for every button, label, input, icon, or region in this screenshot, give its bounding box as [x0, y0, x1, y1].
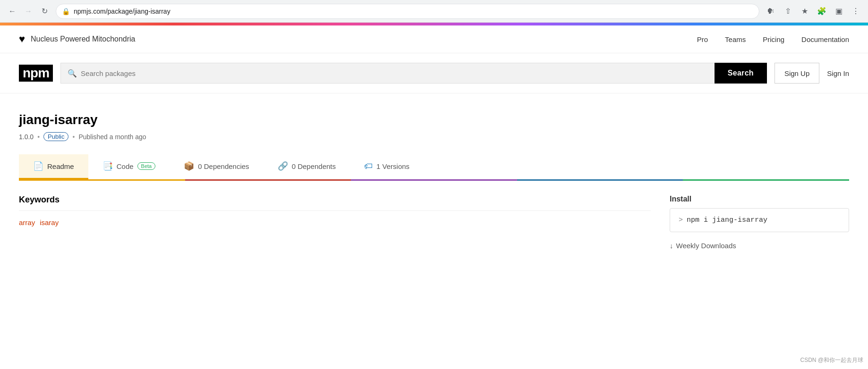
search-input[interactable] — [81, 69, 708, 77]
install-title: Install — [670, 195, 849, 203]
site-nav: Pro Teams Pricing Documentation — [697, 35, 849, 43]
weekly-downloads-text: Weekly Downloads — [676, 242, 736, 250]
back-button[interactable]: ← — [6, 5, 19, 18]
share-icon[interactable]: ⇧ — [781, 5, 794, 18]
site-logo-area: ♥ Nucleus Powered Mitochondria — [19, 33, 697, 45]
install-prompt: > — [679, 216, 683, 224]
tabs-container: 📄 Readme 📑 Code Beta 📦 0 Dependencies 🔗 … — [19, 154, 849, 179]
lock-icon: 🔒 — [62, 8, 70, 15]
search-section: npm 🔍 Search Sign Up Sign In — [0, 53, 868, 93]
keyword-isaray[interactable]: isaray — [40, 218, 59, 226]
beta-badge: Beta — [137, 162, 156, 170]
heart-icon: ♥ — [19, 33, 25, 45]
main-content: jiang-isarray 1.0.0 • Public • Published… — [0, 93, 868, 250]
tab-readme[interactable]: 📄 Readme — [19, 154, 88, 179]
down-arrow-icon: ↓ — [670, 242, 673, 250]
package-version: 1.0.0 — [19, 133, 34, 141]
npm-logo: npm — [19, 65, 53, 82]
nav-link-teams[interactable]: Teams — [725, 35, 746, 43]
browser-nav-buttons: ← → ↻ — [6, 5, 51, 18]
versions-icon: 🏷 — [364, 161, 373, 171]
tab-readme-label: Readme — [47, 162, 74, 170]
tab-dependents[interactable]: 🔗 0 Dependents — [264, 154, 350, 179]
browser-actions: 🗣 ⇧ ★ 🧩 ▣ ⋮ — [764, 5, 862, 18]
published-date: Published a month ago — [78, 133, 146, 141]
keywords-title: Keywords — [19, 195, 651, 205]
weekly-downloads-label: ↓ Weekly Downloads — [670, 242, 849, 250]
content-main: Keywords array isaray — [19, 195, 651, 250]
site-header: ♥ Nucleus Powered Mitochondria Pro Teams… — [0, 25, 868, 53]
reload-button[interactable]: ↻ — [38, 5, 51, 18]
install-command: npm i jiang-isarray — [687, 216, 767, 224]
package-title: jiang-isarray — [19, 112, 849, 127]
menu-icon[interactable]: ⋮ — [849, 5, 862, 18]
tab-dependents-label: 0 Dependents — [292, 162, 336, 170]
dependents-icon: 🔗 — [278, 161, 288, 171]
address-bar[interactable]: 🔒 npmjs.com/package/jiang-isarray — [56, 4, 759, 19]
search-input-wrap: 🔍 — [60, 63, 715, 84]
extensions-icon[interactable]: 🧩 — [815, 5, 828, 18]
code-icon: 📑 — [102, 161, 113, 171]
package-meta: 1.0.0 • Public • Published a month ago — [19, 132, 849, 141]
nav-link-documentation[interactable]: Documentation — [801, 35, 849, 43]
search-form: 🔍 Search — [60, 63, 767, 84]
browser-chrome: ← → ↻ 🔒 npmjs.com/package/jiang-isarray … — [0, 0, 868, 23]
tab-code[interactable]: 📑 Code Beta — [88, 154, 170, 179]
visibility-badge: Public — [43, 132, 68, 141]
translate-icon[interactable]: 🗣 — [764, 5, 777, 18]
content-area: Keywords array isaray Install > npm i ji… — [19, 181, 849, 250]
readme-icon: 📄 — [33, 161, 43, 171]
dependencies-icon: 📦 — [184, 161, 194, 171]
content-sidebar: Install > npm i jiang-isarray ↓ Weekly D… — [670, 195, 849, 250]
tab-versions[interactable]: 🏷 1 Versions — [350, 154, 424, 179]
tab-versions-label: 1 Versions — [376, 162, 409, 170]
tab-code-label: Code — [117, 162, 134, 170]
keywords-divider — [19, 210, 651, 211]
dot-separator-1: • — [37, 133, 40, 141]
keywords-list: array isaray — [19, 218, 651, 226]
nav-link-pro[interactable]: Pro — [697, 35, 708, 43]
keyword-array[interactable]: array — [19, 218, 35, 226]
url-text: npmjs.com/package/jiang-isarray — [74, 8, 170, 15]
install-box[interactable]: > npm i jiang-isarray — [670, 208, 849, 232]
signin-link[interactable]: Sign In — [827, 69, 849, 77]
nav-link-pricing[interactable]: Pricing — [763, 35, 784, 43]
tab-dependencies-label: 0 Dependencies — [198, 162, 249, 170]
dot-separator-2: • — [72, 133, 75, 141]
search-button[interactable]: Search — [715, 63, 767, 84]
window-icon[interactable]: ▣ — [832, 5, 845, 18]
tab-dependencies[interactable]: 📦 0 Dependencies — [170, 154, 263, 179]
signup-button[interactable]: Sign Up — [774, 63, 819, 84]
search-icon: 🔍 — [68, 69, 77, 78]
forward-button[interactable]: → — [22, 5, 35, 18]
bookmark-icon[interactable]: ★ — [798, 5, 811, 18]
site-name: Nucleus Powered Mitochondria — [31, 35, 135, 43]
